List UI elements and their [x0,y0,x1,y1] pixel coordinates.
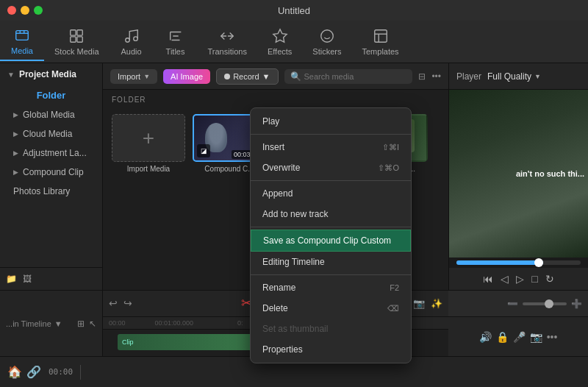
play-back-icon[interactable]: ◁ [501,273,509,285]
play-icon[interactable]: ▷ [516,273,524,285]
sidebar-item-compound-clip[interactable]: ▶ Compound Clip [0,163,102,182]
ctx-editing-timeline[interactable]: Editing Timeline [251,252,411,272]
sidebar-item-photos-library[interactable]: Photos Library [0,182,102,201]
toolbar-item-audio[interactable]: Audio [110,24,154,60]
toolbar-item-media[interactable]: Media [0,23,44,61]
compound-label: Compound C... [204,165,254,173]
ctx-separator-2 [251,180,411,181]
svg-rect-1 [71,29,76,35]
sidebar-arrow-icon: ▼ [7,71,15,79]
home-icon[interactable]: 🏠 [7,365,22,379]
preview-progress-bar-container[interactable] [456,260,581,265]
camera-icon[interactable]: 📷 [413,298,425,309]
stop-icon[interactable]: □ [531,273,537,285]
sidebar-item-adjustment-layer[interactable]: ▶ Adjustment La... [0,143,102,163]
more-icon[interactable]: ••• [431,71,441,82]
ctx-rename[interactable]: Rename F2 [251,277,411,298]
timeline-clip[interactable]: Clip [118,334,265,350]
timeline-mic-icon[interactable]: 🎤 [513,331,526,343]
svg-point-8 [321,29,334,42]
link-icon[interactable]: 🔗 [26,365,41,379]
toolbar-item-stock-media[interactable]: Stock Media [44,24,110,60]
toolbar-item-titles[interactable]: Titles [154,24,198,60]
minimize-button[interactable] [21,6,29,15]
zoom-in-icon[interactable]: ➕ [571,299,582,309]
time-2: 0: [237,319,243,327]
import-media-item[interactable]: + Import Media [112,114,185,173]
undo-icon[interactable]: ↩ [109,297,118,309]
record-button[interactable]: Record ▼ [216,68,278,85]
search-input[interactable] [304,72,407,81]
search-box[interactable]: 🔍 [284,69,413,84]
sidebar-folder-label[interactable]: Folder [0,85,102,105]
import-button[interactable]: Import ▼ [110,69,157,84]
timeline-info: ...in Timeline ▼ [6,319,62,328]
sidebar-item-label: Adjustment La... [23,148,87,158]
ctx-properties-label: Properties [262,344,303,355]
zoom-slider[interactable] [523,302,567,305]
titlebar: Untitled [0,0,588,21]
filter-icon[interactable]: ⊟ [418,71,426,82]
window-title: Untitled [278,5,310,16]
ctx-separator-1 [251,134,411,135]
cursor-icon[interactable]: ↖ [89,319,96,329]
add-item-icon[interactable]: 🖼 [23,274,32,284]
toolbar-filter-icons: ⊟ ••• [418,71,441,82]
close-button[interactable] [7,6,16,15]
grid-icon[interactable]: ⊞ [77,319,85,329]
ctx-delete[interactable]: Delete ⌫ [251,298,411,319]
top-toolbar: Media Stock Media Audio Titles [0,21,588,63]
folder-section-label: FOLDER [103,90,448,107]
ctx-overwrite[interactable]: Overwrite ⇧⌘O [251,157,411,178]
ctx-insert[interactable]: Insert ⇧⌘I [251,137,411,157]
skip-back-icon[interactable]: ⏮ [483,273,493,285]
loop-icon[interactable]: ↻ [545,273,554,285]
timeline-more-icon[interactable]: ••• [547,331,558,343]
preview-progress-thumb [534,258,543,267]
zoom-out-icon[interactable]: ➖ [507,299,518,309]
sidebar-bottom-actions: 📁 🖼 [0,267,102,290]
timeline-camera2-icon[interactable]: 📷 [530,331,542,343]
sidebar-item-cloud-media[interactable]: ▶ Cloud Media [0,124,102,143]
zoom-thumb [545,299,553,308]
chevron-icon: ▶ [13,149,18,157]
add-folder-icon[interactable]: 📁 [6,274,17,284]
ctx-add-label: Add to new track [262,209,328,219]
ctx-play[interactable]: Play [251,111,411,132]
ctx-overwrite-shortcut: ⇧⌘O [378,163,399,173]
record-chevron-icon: ▼ [262,72,270,81]
ai-image-button[interactable]: AI Image [163,69,210,84]
ctx-properties[interactable]: Properties [251,339,411,360]
sidebar-item-global-media[interactable]: ▶ Global Media [0,105,102,124]
redo-icon[interactable]: ↪ [123,297,132,309]
toolbar-label-media: Media [11,46,33,55]
ctx-append[interactable]: Append [251,183,411,204]
maximize-button[interactable] [34,6,43,15]
toolbar-item-stickers[interactable]: Stickers [302,24,351,60]
window-controls [7,6,43,15]
ctx-delete-label: Delete [262,303,288,313]
quality-label: Full Quality [487,71,531,82]
search-icon: 🔍 [290,71,301,82]
preview-video: ain't no such thi... [449,90,588,258]
ctx-save-compound[interactable]: Save as Compound Clip Custom [251,230,411,252]
ctx-add-to-new-track[interactable]: Add to new track [251,204,411,224]
timeline-speaker-icon[interactable]: 🔊 [479,331,492,343]
quality-chevron-icon: ▼ [534,73,541,80]
dropdown-icon[interactable]: ▼ [54,319,62,328]
preview-overlay-text: ain't no such thi... [516,169,584,178]
chevron-icon: ▶ [13,130,18,138]
svg-rect-0 [16,30,29,40]
toolbar-label-titles: Titles [166,47,185,56]
import-thumb: + [112,114,185,162]
sidebar-header: ▼ Project Media [0,63,102,85]
ctx-play-label: Play [262,116,279,127]
toolbar-item-effects[interactable]: Effects [257,24,302,60]
plus-icon: + [143,127,154,150]
timeline-lock-icon[interactable]: 🔒 [496,331,509,343]
quality-select[interactable]: Full Quality ▼ [487,71,541,82]
magic-icon[interactable]: ✨ [431,298,442,309]
toolbar-item-templates[interactable]: Templates [351,24,409,60]
toolbar-label-stock: Stock Media [54,47,99,56]
toolbar-item-transitions[interactable]: Transitions [198,24,257,60]
